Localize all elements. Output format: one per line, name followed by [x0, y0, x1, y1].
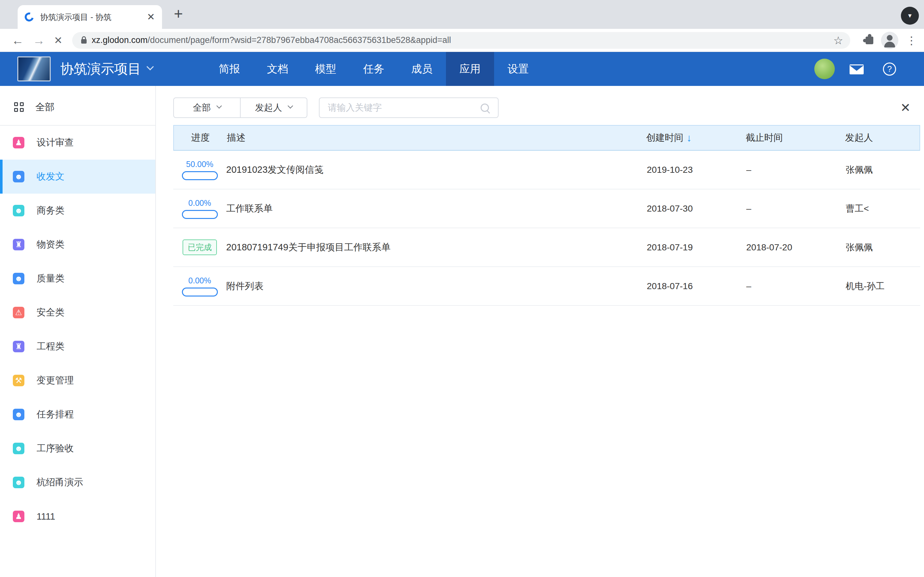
app-sidebar: 全部 ♟ 设计审查 ☻ 收发文 ☻ 商务类 ♜ 物资类 ☻ 质量类 [0, 86, 156, 577]
row-description: 20191023发文传阅信笺 [226, 163, 644, 176]
status-badge: 已完成 [183, 239, 217, 255]
browser-toolbar: ← → ✕ xz.glodon.com/document/page/form?w… [0, 29, 924, 52]
url-domain: xz.glodon.com [92, 35, 148, 45]
nav-tab-settings[interactable]: 设置 [494, 52, 542, 86]
created-header-label: 创建时间 [646, 131, 683, 144]
browser-tab[interactable]: 协筑演示项目 - 协筑 ✕ [18, 5, 162, 29]
tab-close-icon[interactable]: ✕ [143, 12, 155, 22]
sidebar-item-engineering[interactable]: ♜ 工程类 [0, 330, 155, 364]
grid-icon [14, 102, 24, 112]
row-created-date: 2019-10-23 [644, 165, 744, 175]
main-content: 全部 发起人 ✕ 进度 描述 [156, 86, 924, 577]
row-created-date: 2018-07-30 [644, 203, 744, 214]
sidebar-item-business[interactable]: ☻ 商务类 [0, 193, 155, 227]
project-thumbnail [17, 56, 51, 81]
tab-strip: 协筑演示项目 - 协筑 ✕ + ▼ [0, 0, 924, 29]
row-description: 工作联系单 [226, 202, 644, 215]
row-due-date: – [744, 281, 843, 292]
table-row[interactable]: 0.00% 工作联系单 2018-07-30 – 曹工< [173, 189, 920, 228]
sidebar-item-design-review[interactable]: ♟ 设计审查 [0, 126, 155, 160]
browser-profile-avatar[interactable] [881, 32, 898, 49]
sidebar-item-quality[interactable]: ☻ 质量类 [0, 261, 155, 295]
nav-tab-documents[interactable]: 文档 [254, 52, 302, 86]
top-navigation: 简报 文档 模型 任务 成员 应用 设置 [205, 52, 542, 86]
address-bar[interactable]: xz.glodon.com/document/page/form?wsid=27… [72, 32, 850, 49]
worker-helmet-icon: ☻ [13, 273, 24, 284]
tab-search-menu-button[interactable]: ▼ [901, 7, 919, 25]
nav-tab-apps[interactable]: 应用 [446, 52, 494, 86]
close-panel-icon[interactable]: ✕ [900, 102, 911, 114]
row-created-date: 2018-07-16 [644, 281, 744, 292]
chevron-down-icon [216, 103, 222, 109]
sidebar-item-label: 商务类 [37, 204, 65, 217]
sidebar-item-change-management[interactable]: ⚒ 变更管理 [0, 364, 155, 398]
row-due-date: 2018-07-20 [744, 242, 843, 253]
mail-icon[interactable] [850, 64, 864, 74]
people-icon: ☻ [13, 477, 24, 488]
progress-cell: 已完成 [173, 239, 226, 255]
tools-icon: ⚒ [13, 375, 24, 386]
back-button[interactable]: ← [11, 34, 24, 47]
progress-cell: 0.00% [173, 276, 226, 297]
forward-button[interactable]: → [33, 34, 45, 47]
progress-cell: 0.00% [173, 198, 226, 219]
extensions-icon[interactable] [866, 37, 873, 44]
sidebar-item-process-acceptance[interactable]: ☻ 工序验收 [0, 432, 155, 466]
search-input[interactable] [327, 102, 481, 113]
browser-menu-icon[interactable]: ⋮ [906, 35, 917, 46]
row-initiator: 张佩佩 [843, 242, 920, 253]
stop-loading-button[interactable]: ✕ [54, 35, 63, 45]
filter-dropdown-group: 全部 发起人 [173, 97, 307, 118]
bookmark-star-icon[interactable]: ☆ [834, 34, 843, 47]
chevron-down-icon [288, 103, 293, 109]
people-icon: ☻ [13, 443, 24, 454]
sidebar-item-send-receive-docs[interactable]: ☻ 收发文 [0, 160, 155, 193]
row-description: 附件列表 [226, 280, 644, 293]
table-row[interactable]: 0.00% 附件列表 2018-07-16 – 机电-孙工 [173, 267, 920, 306]
sidebar-item-1111[interactable]: ♟ 1111 [0, 500, 155, 533]
lock-icon[interactable] [81, 39, 87, 44]
progress-percent: 0.00% [188, 276, 211, 285]
table-row[interactable]: 50.00% 20191023发文传阅信笺 2019-10-23 – 张佩佩 [173, 151, 920, 189]
sidebar-item-safety[interactable]: ⚠ 安全类 [0, 295, 155, 330]
sidebar-item-label: 工程类 [37, 340, 65, 353]
search-icon[interactable] [481, 103, 489, 112]
sidebar-item-label: 安全类 [37, 306, 65, 319]
crane-icon: ♜ [13, 341, 24, 352]
type-filter-dropdown[interactable]: 全部 [174, 98, 240, 117]
row-due-date: – [744, 165, 843, 175]
row-due-date: – [744, 203, 843, 214]
progress-bar [182, 171, 218, 180]
new-tab-button[interactable]: + [170, 5, 187, 23]
nav-tab-members[interactable]: 成员 [398, 52, 446, 86]
nav-tab-tasks[interactable]: 任务 [350, 52, 398, 86]
row-created-date: 2018-07-19 [644, 242, 744, 253]
sidebar-item-materials[interactable]: ♜ 物资类 [0, 227, 155, 261]
filter-bar: 全部 发起人 ✕ [173, 97, 920, 118]
people-icon: ☻ [13, 205, 24, 216]
sidebar-item-label: 收发文 [37, 170, 65, 183]
field-filter-dropdown[interactable]: 发起人 [240, 98, 307, 117]
sidebar-item-hangshaoyong-demo[interactable]: ☻ 杭绍甬演示 [0, 466, 155, 500]
sidebar-item-label: 质量类 [37, 272, 65, 285]
sort-desc-icon[interactable]: ↓ [687, 132, 692, 144]
row-initiator: 机电-孙工 [843, 280, 920, 292]
nav-tab-models[interactable]: 模型 [302, 52, 350, 86]
column-header-due: 截止时间 [743, 131, 843, 144]
progress-bar [182, 287, 218, 297]
table-row[interactable]: 已完成 201807191749关于申报项目工作联系单 2018-07-19 2… [173, 228, 920, 267]
sidebar-item-label: 工序验收 [37, 442, 74, 455]
row-initiator: 曹工< [843, 203, 920, 215]
project-switcher[interactable]: 协筑演示项目 [60, 60, 153, 78]
sidebar-item-label: 设计审查 [37, 136, 74, 149]
sidebar-item-task-scheduling[interactable]: ☻ 任务排程 [0, 398, 155, 432]
table-header: 进度 描述 创建时间 ↓ 截止时间 发起人 [173, 125, 920, 151]
nav-tab-briefing[interactable]: 简报 [205, 52, 254, 86]
help-icon[interactable]: ? [883, 63, 896, 76]
sidebar-item-all[interactable]: 全部 [0, 89, 155, 125]
column-header-progress: 进度 [174, 131, 227, 144]
column-header-created[interactable]: 创建时间 ↓ [644, 131, 743, 144]
user-avatar[interactable] [814, 59, 835, 79]
sidebar-item-label: 任务排程 [37, 408, 74, 421]
browser-window: 协筑演示项目 - 协筑 ✕ + ▼ ← → ✕ xz.glodon.com/do… [0, 0, 924, 577]
